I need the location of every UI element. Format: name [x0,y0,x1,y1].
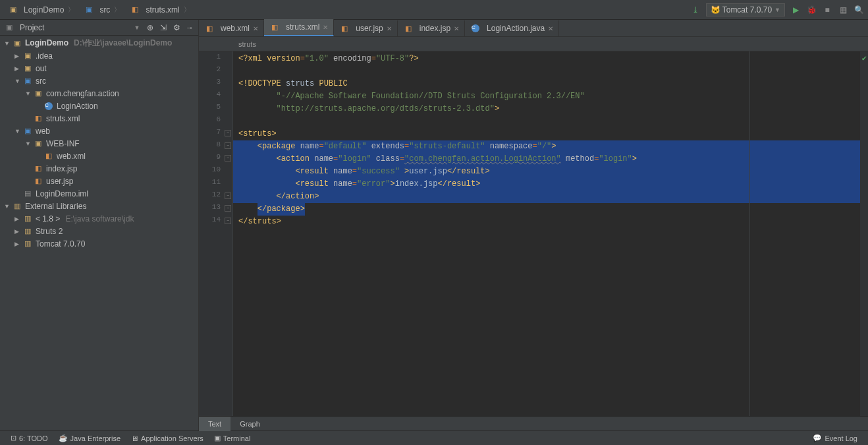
tree-node[interactable]: ▶▥Struts 2 [0,225,198,237]
close-icon[interactable]: ✕ [454,25,459,32]
tree-node[interactable]: ▼▣web [0,125,198,137]
tree-arrow-icon[interactable]: ▶ [14,216,22,222]
tree-node[interactable]: ▼▣WEB-INF [0,137,198,150]
chevron-down-icon[interactable]: ▼ [132,23,142,32]
editor-tab[interactable]: ◧web.xml✕ [199,20,264,36]
tree-node[interactable]: ◧struts.xml [0,112,198,125]
editor-tab[interactable]: ◧struts.xml✕ [264,19,334,36]
tree-arrow-icon[interactable]: ▶ [14,241,22,247]
statusbar-todo[interactable]: ⊡ 6: TODO [5,434,53,442]
tree-arrow-icon[interactable]: ▶ [14,53,22,59]
tree-arrow-icon[interactable]: ▼ [4,40,12,47]
tree-label: .idea [36,51,53,61]
tree-node[interactable]: ▶▥Tomcat 7.0.70 [0,237,198,250]
class-icon: C [470,23,481,34]
build-icon[interactable]: ⤓ [690,5,701,15]
close-icon[interactable]: ✕ [323,24,328,31]
toolbar-right: ⤓ 🐱 Tomcat 7.0.70 ▼ ▶ 🐞 ■ ▦ 🔍 [690,3,864,16]
tree-node[interactable]: ▤LoginDemo.iml [0,187,198,200]
line-number: 10 [199,165,232,178]
xml-file-icon: ◧ [204,23,215,34]
breadcrumb-label: LoginDemo [24,5,64,15]
chevron-right-icon: 〉 [114,5,121,15]
fold-marker-icon[interactable]: − [225,142,231,149]
editor-view-tab[interactable]: Text [199,417,231,431]
fold-marker-icon[interactable]: − [225,130,231,136]
line-number: 7− [199,128,232,140]
search-icon[interactable]: 🔍 [854,5,864,15]
tree-arrow-icon[interactable]: ▶ [14,228,22,235]
fold-marker-icon[interactable]: − [225,205,231,212]
layout-icon[interactable]: ▦ [838,5,848,15]
editor-breadcrumb[interactable]: struts [199,37,868,51]
tree-label: WEB-INF [46,139,80,148]
tree-node[interactable]: ▶▥< 1.8 >E:\java software\jdk [0,212,198,225]
folder-icon: ▣ [33,138,43,149]
tree-label: web [36,127,50,136]
editor-bottom-tabs: TextGraph [199,416,868,430]
editor-view-tab[interactable]: Graph [231,417,269,431]
editor-tab[interactable]: ◧user.jsp✕ [334,20,397,36]
status-bar: ⊡ 6: TODO ☕ Java Enterprise 🖥 Applicatio… [0,430,868,445]
event-log-icon: 💬 [813,434,822,442]
tree-node[interactable]: ◧web.xml [0,150,198,162]
tree-arrow-icon[interactable]: ▼ [25,140,33,147]
jsp-file-icon: ◧ [339,23,350,34]
line-number: 3 [199,78,232,90]
tree-arrow-icon[interactable]: ▼ [25,90,33,97]
scroll-to-source-icon[interactable]: ⊕ [146,23,155,32]
library-icon: ▥ [22,214,33,224]
breadcrumb-label: struts.xml [146,5,179,15]
fold-marker-icon[interactable]: − [225,193,231,199]
tree-label: Struts 2 [36,227,63,236]
line-number: 5 [199,103,232,115]
run-configuration-selector[interactable]: 🐱 Tomcat 7.0.70 ▼ [706,3,785,16]
code-content[interactable]: <?xml version="1.0" encoding="UTF-8"?> <… [233,51,860,416]
stop-button-icon[interactable]: ■ [822,5,832,15]
editor[interactable]: 1 2 3 4 5 6 7− 8− 9− 10 11 12− 13− 14− <… [199,51,868,416]
package-icon: ▣ [33,88,43,99]
gear-icon[interactable]: ⚙ [172,23,181,32]
tree-node[interactable]: CLoginAction [0,100,198,112]
module-icon: ▣ [8,5,18,15]
statusbar-application-servers[interactable]: 🖥 Application Servers [126,434,209,442]
close-icon[interactable]: ✕ [253,25,258,32]
editor-tab[interactable]: CLoginAction.java✕ [465,20,559,36]
tree-arrow-icon[interactable]: ▶ [14,65,22,72]
run-config-label: Tomcat 7.0.70 [722,5,772,15]
tree-node[interactable]: ▼▣com.chengfan.action [0,87,198,100]
tree-node[interactable]: ▼▥External Libraries [0,200,198,212]
tree-arrow-icon[interactable]: ▼ [4,203,12,210]
tree-node[interactable]: ▶▣out [0,62,198,74]
tree-node[interactable]: ▶▣.idea [0,49,198,62]
tree-node[interactable]: ◧user.jsp [0,175,198,187]
je-icon: ☕ [59,434,68,442]
tree-label: LoginDemoD:\作业\javaee\LoginDemo [25,38,172,49]
breadcrumb-file[interactable]: ◧ struts.xml 〉 [126,3,194,16]
statusbar-java-enterprise[interactable]: ☕ Java Enterprise [53,434,126,442]
tree-arrow-icon[interactable]: ▼ [14,78,22,84]
tree-node[interactable]: ▼▣src [0,74,198,87]
breadcrumb-module[interactable]: ▣ LoginDemo 〉 [4,3,78,16]
close-icon[interactable]: ✕ [548,25,553,32]
statusbar-terminal[interactable]: ▣ Terminal [209,434,256,442]
collapse-all-icon[interactable]: ⇲ [159,23,168,32]
tree-arrow-icon[interactable]: ▼ [14,128,22,134]
tree-label: < 1.8 >E:\java software\jdk [36,214,134,223]
tree-node[interactable]: ▼▣LoginDemoD:\作业\javaee\LoginDemo [0,37,198,49]
tree-node[interactable]: ◧index.jsp [0,162,198,175]
folder-icon: ▣ [22,126,33,136]
run-button-icon[interactable]: ▶ [790,5,801,15]
hide-icon[interactable]: → [185,23,194,32]
editor-tab[interactable]: ◧index.jsp✕ [398,20,465,36]
inspection-ok-icon[interactable]: ✔ [862,53,867,63]
jsp-file-icon: ◧ [33,163,43,174]
tree-label: src [36,76,46,86]
close-icon[interactable]: ✕ [387,25,392,32]
debug-button-icon[interactable]: 🐞 [806,5,817,15]
fold-marker-icon[interactable]: − [225,218,231,224]
fold-marker-icon[interactable]: − [225,155,231,162]
folder-icon: ▣ [22,63,33,74]
statusbar-event-log[interactable]: 💬 Event Log [807,434,863,442]
breadcrumb-folder[interactable]: ▣ src 〉 [80,3,124,16]
